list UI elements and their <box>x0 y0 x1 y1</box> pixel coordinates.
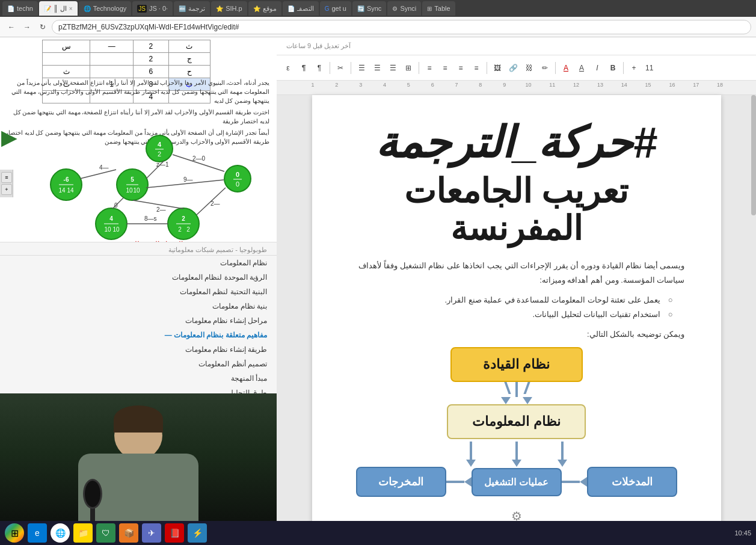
ruler-9: 9 <box>493 82 517 88</box>
address-bar: ← → ↻ <box>0 17 756 37</box>
toc-item-4[interactable]: بنية نظام معلومات <box>0 299 277 313</box>
toolbar-epsilon[interactable]: ε <box>281 60 295 76</box>
toc-item-3[interactable]: البنية التحتية لنظم المعلومات <box>0 285 277 299</box>
toolbar-bold[interactable]: B <box>606 60 619 76</box>
refresh-button[interactable]: ↻ <box>36 19 49 35</box>
toc-item-9[interactable]: مبدأ المنهجة <box>0 371 277 386</box>
toolbar-link[interactable]: 🔗 <box>506 60 520 76</box>
tab-sih[interactable]: ⭐ SIH.p <box>211 1 247 16</box>
svg-text:4—: 4— <box>99 164 109 171</box>
toolbar-plus[interactable]: + <box>627 60 641 76</box>
ruler-10: 10 <box>517 82 541 88</box>
toolbar-highlight[interactable]: ✏ <box>538 60 552 76</box>
toolbar-list3[interactable]: ≡ <box>454 60 467 76</box>
toc-item-1[interactable]: نظام المعلومات <box>0 256 277 270</box>
toc-item-5[interactable]: مراحل إنشاء نظام معلومات <box>0 313 277 328</box>
toolbar-grid[interactable]: ⊞ <box>402 60 415 76</box>
forward-button[interactable]: → <box>20 19 34 35</box>
tab-js[interactable]: JS JS · 0· <box>132 1 173 16</box>
tab-google[interactable]: G get u <box>320 1 351 16</box>
svg-text:0: 0 <box>114 202 118 209</box>
toolbar-link2[interactable]: ⛓ <box>523 60 536 76</box>
last-edit-text: آخر تعديل قبل 9 ساعات <box>286 42 351 50</box>
taskbar-package-icon[interactable]: 📦 <box>119 523 138 543</box>
taskbar-pdf-icon[interactable]: 📕 <box>165 523 184 543</box>
svg-text:4: 4 <box>109 215 113 222</box>
svg-text:2: 2 <box>186 226 190 233</box>
cell: 2 <box>134 40 169 53</box>
svg-text:0: 0 <box>236 180 239 188</box>
person-hair <box>114 405 163 433</box>
toolbar-align-right[interactable]: ☰ <box>386 60 399 76</box>
tab-translate[interactable]: 🔤 ترجمة <box>174 1 210 16</box>
nav-btn-2[interactable]: + <box>1 184 12 195</box>
tab-technology[interactable]: 🌐 Technology <box>79 1 132 16</box>
back-button[interactable]: ← <box>5 19 18 35</box>
doc-page[interactable]: #حركة_الترجمة تعريب الجامعات المفرنسة وي… <box>312 95 721 528</box>
taskbar-chrome-icon[interactable]: 🌐 <box>51 523 70 543</box>
tab-techn[interactable]: 📄 techn <box>2 1 38 16</box>
flowchart-arrow-1 <box>501 382 532 404</box>
bullet-item-1: يعمل على تعئنة لوحات المعلومات للمساعدة … <box>348 293 673 307</box>
flowchart-box-process: عمليات التشغيل <box>472 468 562 496</box>
toolbar-image[interactable]: 🖼 <box>491 60 504 76</box>
toc-item-2[interactable]: الرؤية الموحدة لنظام المعلومات <box>0 270 277 285</box>
toolbar-align-center[interactable]: ☰ <box>370 60 384 76</box>
svg-text:10: 10 <box>104 226 111 233</box>
tab-website[interactable]: ⭐ موقع <box>248 1 281 16</box>
tab-filter[interactable]: 📄 التصفـ <box>283 1 319 16</box>
main-doc-panel: آخر تعديل قبل 9 ساعات ε ¶ ¶ ✂ ☰ ☰ ☰ ⊞ ≡ … <box>277 37 756 545</box>
toc-item-8[interactable]: تصميم أنظم المعلومات <box>0 357 277 371</box>
flowchart-arrow-left <box>562 477 587 487</box>
cell <box>90 53 134 66</box>
tab-sync[interactable]: 🔄 Sync <box>352 1 386 16</box>
ruler-16: 16 <box>660 82 684 88</box>
toolbar-list2[interactable]: ≡ <box>438 60 452 76</box>
scroll-handle[interactable] <box>751 95 756 215</box>
tab-active[interactable]: 📝 ║ ال × <box>39 1 78 16</box>
taskbar-shield-icon[interactable]: 🛡 <box>96 523 115 543</box>
text-paragraph-1: يجدر أدناه، أحدث، البنيوي الأمر وها والأ… <box>5 78 269 105</box>
svg-text:14: 14 <box>67 187 74 194</box>
flowchart-lower-arrows <box>466 442 567 467</box>
toolbar-font-color[interactable]: A <box>559 60 573 76</box>
toc-item-6-active[interactable]: مفاهيم متعلقة بنظام المعلومات — <box>0 328 277 342</box>
flowchart-bottom-row: المدخلات عمليات التشغيل المخرجات <box>356 467 677 497</box>
toolbar-list[interactable]: ≡ <box>423 60 436 76</box>
toc-item-7[interactable]: طريقة إنشاء نظام معلومات <box>0 342 277 357</box>
tab-close-icon[interactable]: × <box>69 5 73 12</box>
taskbar-terminal-icon[interactable]: ⚡ <box>188 523 207 543</box>
ruler-15: 15 <box>636 82 660 88</box>
tab-table[interactable]: ⊞ Table <box>422 1 455 16</box>
taskbar-plane-icon[interactable]: ✈ <box>142 523 161 543</box>
toolbar-italic[interactable]: I <box>591 60 604 76</box>
toc-header: طوبولوجيا - تصميم شبكات معلوماتية <box>0 242 277 256</box>
ruler-2: 2 <box>325 82 349 88</box>
toc-collapse-icon[interactable]: — <box>165 331 172 339</box>
toolbar-pilcrow1[interactable]: ¶ <box>297 60 310 76</box>
taskbar-edge-icon[interactable]: e <box>28 523 47 543</box>
doc-body-paragraph: ويسمى أيضا نظام القيادة ودوره أن يقرر ال… <box>348 259 685 287</box>
taskbar-windows-icon[interactable]: ⊞ <box>5 523 24 543</box>
toolbar-cut[interactable]: ✂ <box>334 60 347 76</box>
cell <box>43 53 90 66</box>
ruler-numbers: 18 17 16 15 14 13 12 11 10 9 8 7 6 5 4 3… <box>277 82 756 88</box>
toolbar-sep1 <box>330 62 330 74</box>
flowchart-box-outputs: المخرجات <box>356 467 446 497</box>
taskbar-folder-icon[interactable]: 📁 <box>73 523 93 543</box>
toolbar-underline[interactable]: A <box>575 60 588 76</box>
tab-github[interactable]: ⚙ Synci <box>387 1 421 16</box>
ruler-1: 1 <box>301 82 325 88</box>
toolbar-pilcrow2[interactable]: ¶ <box>313 60 326 76</box>
toolbar-align-left[interactable]: ☰ <box>355 60 368 76</box>
docs-toolbar: ε ¶ ¶ ✂ ☰ ☰ ☰ ⊞ ≡ ≡ ≡ ≡ 🖼 🔗 ⛓ ✏ A A I B … <box>277 55 756 81</box>
bullet-list: يعمل على تعئنة لوحات المعلومات للمساعدة … <box>348 293 685 321</box>
toolbar-list4[interactable]: ≡ <box>470 60 483 76</box>
svg-line-28 <box>80 170 116 179</box>
address-input[interactable] <box>52 20 751 34</box>
microphone <box>83 479 102 509</box>
nav-btn[interactable]: ≡ <box>1 172 12 183</box>
svg-text:14: 14 <box>58 187 66 194</box>
ruler-6: 6 <box>420 82 444 88</box>
flowchart-box-info: نظام المعلومات <box>447 404 585 439</box>
